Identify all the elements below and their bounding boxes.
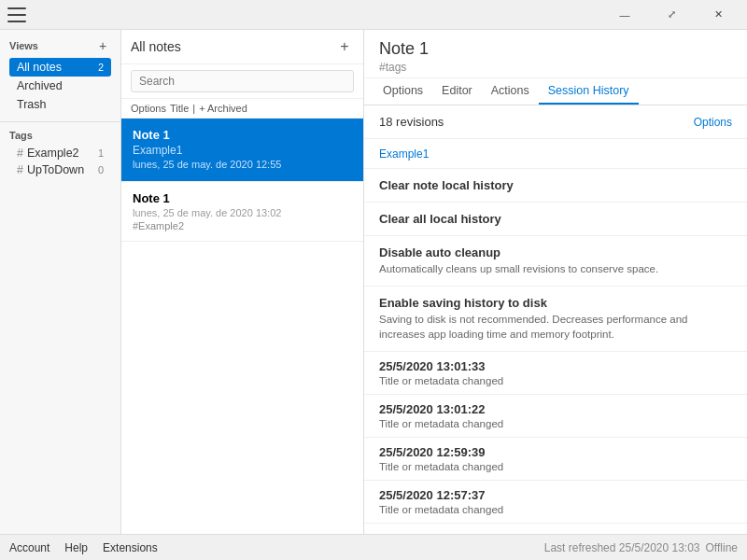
last-refreshed-text: Last refreshed 25/5/2020 13:03 (544, 541, 700, 554)
extensions-link[interactable]: Extensions (103, 541, 158, 554)
sh-enable-saving-title: Enable saving history to disk (379, 296, 732, 310)
note-detail: Note 1 #tags Options Editor Actions Sess… (364, 30, 747, 534)
notes-list: Note 1 Example1 lunes, 25 de may. de 202… (121, 119, 363, 534)
sh-revision-4[interactable]: 25/5/2020 12:57:34 (364, 524, 747, 534)
note-detail-title: Note 1 (379, 39, 732, 59)
help-link[interactable]: Help (64, 541, 88, 554)
note-detail-header: Note 1 #tags (364, 30, 747, 78)
tag-name-uptodown: # UpToDown (17, 163, 84, 176)
close-button[interactable]: ✕ (697, 0, 740, 30)
status-offline-text: Offline (706, 541, 738, 554)
bottombar-right: Last refreshed 25/5/2020 13:03 Offline (544, 541, 738, 554)
note-1-title: Note 1 (133, 128, 352, 142)
sidebar-divider (0, 121, 120, 122)
note-content-area: 18 revisions Options Example1 Clear note… (364, 105, 747, 534)
sh-revisions-count: 18 revisions (379, 115, 444, 129)
sh-revision-3-desc: Title or metadata changed (379, 504, 732, 515)
add-view-button[interactable]: + (94, 37, 111, 54)
sh-revision-2[interactable]: 25/5/2020 12:59:39 Title or metadata cha… (364, 438, 747, 481)
sidebar-tags-section: Tags # Example2 1 # UpToDown 0 (0, 126, 120, 182)
sh-clear-note-title: Clear note local history (379, 178, 732, 192)
notes-options-link[interactable]: Options (131, 103, 166, 114)
titlebar: — ⤢ ✕ (0, 0, 747, 30)
notes-panel-header: All notes + (121, 30, 363, 64)
main-area: Views + All notes 2 Archived Trash Tags … (0, 30, 747, 534)
tag-count-uptodown: 0 (98, 164, 104, 175)
sidebar-item-uptodown[interactable]: # UpToDown 0 (9, 161, 111, 178)
note-2-title: Note 1 (133, 191, 352, 205)
sh-revision-0-desc: Title or metadata changed (379, 375, 732, 386)
notes-archived-toggle[interactable]: + Archived (199, 103, 247, 114)
titlebar-controls: — ⤢ ✕ (603, 0, 740, 30)
trash-label: Trash (17, 98, 47, 111)
notes-panel-title: All notes (131, 39, 181, 54)
sh-clear-all-history[interactable]: Clear all local history (364, 203, 747, 236)
all-notes-count: 2 (98, 62, 104, 73)
tab-options[interactable]: Options (374, 78, 432, 105)
sh-revision-0[interactable]: 25/5/2020 13:01:33 Title or metadata cha… (364, 352, 747, 395)
sidebar-item-trash[interactable]: Trash (9, 95, 111, 114)
hamburger-icon[interactable] (7, 7, 26, 22)
sh-enable-saving[interactable]: Enable saving history to disk Saving to … (364, 287, 747, 352)
sh-note-link[interactable]: Example1 (379, 147, 429, 161)
note-item-1[interactable]: Note 1 Example1 lunes, 25 de may. de 202… (121, 119, 363, 182)
views-label: Views (9, 40, 38, 51)
sh-revision-1-date: 25/5/2020 13:01:22 (379, 402, 732, 416)
sh-disable-auto-desc: Automatically cleans up small revisions … (379, 261, 732, 276)
sh-disable-auto-title: Disable auto cleanup (379, 245, 732, 259)
note-1-date: lunes, 25 de may. de 2020 12:55 (133, 159, 352, 170)
tag-hash: # (17, 147, 23, 160)
sidebar-item-allnotes[interactable]: All notes 2 (9, 58, 111, 77)
notes-search-container (121, 64, 363, 99)
bottombar: Account Help Extensions Last refreshed 2… (0, 534, 747, 560)
sidebar: Views + All notes 2 Archived Trash Tags … (0, 30, 121, 534)
sh-revision-3[interactable]: 25/5/2020 12:57:37 Title or metadata cha… (364, 481, 747, 524)
sh-clear-all-title: Clear all local history (379, 212, 732, 226)
tab-actions[interactable]: Actions (482, 78, 539, 105)
sh-options-link[interactable]: Options (694, 116, 732, 129)
sidebar-item-archived[interactable]: Archived (9, 77, 111, 95)
account-link[interactable]: Account (9, 541, 49, 554)
sh-clear-note-history[interactable]: Clear note local history (364, 169, 747, 203)
sh-revisions-header: 18 revisions Options (364, 105, 747, 139)
sidebar-views-section: Views + All notes 2 Archived Trash (0, 30, 120, 118)
sidebar-item-example2[interactable]: # Example2 1 (9, 145, 111, 161)
tag-label-example2: Example2 (27, 147, 79, 160)
tab-session-history[interactable]: Session History (539, 78, 639, 105)
sh-revision-3-date: 25/5/2020 12:57:37 (379, 488, 732, 502)
add-note-button[interactable]: + (335, 37, 354, 56)
sh-enable-saving-desc: Saving to disk is not recommended. Decre… (379, 312, 732, 342)
note-detail-tags: #tags (379, 61, 732, 74)
archived-label: Archived (17, 79, 63, 92)
tag-hash-2: # (17, 163, 23, 176)
sh-revision-0-date: 25/5/2020 13:01:33 (379, 359, 732, 373)
notes-filter-label: | (192, 103, 195, 114)
tag-count-example2: 1 (98, 147, 104, 159)
sh-note-link-container: Example1 (364, 139, 747, 169)
minimize-button[interactable]: — (603, 0, 646, 30)
maximize-button[interactable]: ⤢ (650, 0, 693, 30)
note-2-tags: #Example2 (133, 220, 352, 231)
sh-disable-auto-cleanup[interactable]: Disable auto cleanup Automatically clean… (364, 236, 747, 287)
sh-revision-1[interactable]: 25/5/2020 13:01:22 Title or metadata cha… (364, 395, 747, 438)
note-2-date: lunes, 25 de may. de 2020 13:02 (133, 207, 352, 218)
sh-revision-1-desc: Title or metadata changed (379, 418, 732, 429)
note-item-2[interactable]: Note 1 lunes, 25 de may. de 2020 13:02 #… (121, 182, 363, 242)
sidebar-views-header: Views + (9, 37, 111, 54)
notes-options-bar: Options Title | + Archived (121, 99, 363, 119)
session-history-panel: 18 revisions Options Example1 Clear note… (364, 105, 747, 534)
tags-section-title: Tags (9, 130, 111, 141)
note-1-subtitle: Example1 (133, 144, 352, 157)
all-notes-label: All notes (17, 61, 62, 74)
notes-panel: All notes + Options Title | + Archived N… (121, 30, 364, 534)
search-input[interactable] (131, 70, 354, 92)
bottombar-left: Account Help Extensions (9, 541, 158, 554)
notes-sort-label: Title (170, 103, 189, 114)
tab-editor[interactable]: Editor (432, 78, 482, 105)
tag-name-example2: # Example2 (17, 147, 79, 160)
sh-revision-2-date: 25/5/2020 12:59:39 (379, 445, 732, 459)
sh-revision-2-desc: Title or metadata changed (379, 461, 732, 472)
titlebar-left (7, 7, 26, 22)
tag-label-uptodown: UpToDown (27, 163, 84, 176)
note-tabs: Options Editor Actions Session History (364, 78, 747, 105)
